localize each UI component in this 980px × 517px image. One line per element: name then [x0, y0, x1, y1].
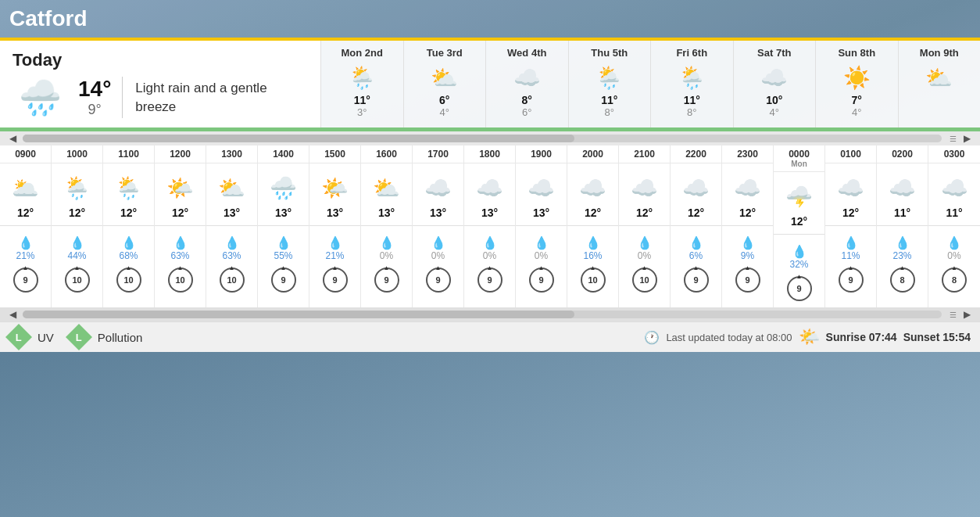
forecast-day-icon: 🌦️ — [349, 65, 376, 91]
hour-weather-icon: ☁️ — [424, 163, 452, 206]
wind-circle: ▲ 10 — [65, 267, 90, 293]
wind-arrow-icon: ▲ — [538, 264, 545, 271]
hour-label: 1400 — [258, 145, 309, 163]
hour-weather-icon: 🌦️ — [115, 163, 142, 206]
wind-arrow-icon: ▲ — [23, 264, 29, 271]
hour-weather-icon: ☁️ — [631, 163, 658, 206]
footer-left: L UV L Pollution — [9, 328, 142, 346]
precip-icon: 💧 — [740, 229, 756, 250]
hour-temperature: 12° — [17, 206, 34, 222]
hour-column: 1500 🌤️ 13° 💧 21% ▲ 9 — [309, 145, 361, 307]
hour-temperature: 12° — [172, 206, 188, 222]
forecast-day: Thu 5th 🌦️ 11° 8° — [568, 41, 651, 127]
hour-separator — [258, 225, 309, 226]
forecast-high-temp: 11° — [601, 94, 617, 106]
wind-circle: ▲ 10 — [116, 267, 141, 293]
precip-percent: 68% — [119, 250, 138, 263]
precip-percent: 11% — [841, 250, 860, 263]
bottom-scroll-right-arrow[interactable]: ▶ — [960, 309, 974, 320]
precip-icon: 💧 — [379, 229, 395, 250]
forecast-low-temp: 8° — [605, 106, 614, 118]
bottom-scrollbar[interactable]: ◀ ☰ ▶ — [0, 307, 980, 321]
forecast-low-temp: 4° — [852, 106, 861, 118]
hour-column: 2300 ☁️ 12° 💧 9% ▲ 9 — [722, 145, 774, 307]
forecast-high-temp: 11° — [684, 94, 700, 106]
forecast-day-icon: ⛅ — [431, 65, 458, 91]
precip-icon: 💧 — [18, 229, 34, 250]
hour-temperature: 13° — [378, 206, 395, 222]
hour-separator — [722, 225, 773, 226]
precip-percent: 55% — [274, 250, 292, 263]
precip-icon: 💧 — [946, 229, 962, 250]
top-scrollbar[interactable]: ◀ ☰ ▶ — [0, 131, 980, 145]
hour-column: 0100 ☁️ 12° 💧 11% ▲ 9 — [825, 145, 877, 307]
precip-percent: 63% — [170, 250, 189, 263]
hour-weather-icon: 🌤️ — [321, 163, 349, 206]
scroll-right-arrow[interactable]: ▶ — [960, 133, 974, 144]
precip-percent: 21% — [16, 250, 34, 263]
forecast-day: Sun 8th ☀️ 7° 4° — [815, 41, 898, 127]
bottom-scroll-track[interactable] — [23, 311, 942, 318]
uv-label: UV — [38, 331, 54, 344]
forecast-high-temp: 7° — [852, 94, 862, 106]
wind-arrow-icon: ▲ — [642, 264, 648, 271]
precip-percent: 0% — [535, 250, 548, 263]
forecast-day: Fri 6th 🌦️ 11° 8° — [650, 41, 733, 127]
hour-label: 2100 — [619, 145, 670, 163]
forecast-day-icon: 🌦️ — [596, 65, 623, 91]
hour-temperature: 11° — [894, 206, 910, 222]
precip-percent: 0% — [947, 250, 960, 263]
hour-column: 1400 🌧️ 13° 💧 55% ▲ 9 — [258, 145, 309, 307]
scroll-track[interactable] — [23, 135, 942, 142]
wind-circle: ▲ 9 — [477, 267, 503, 293]
hour-column: 0300 ☁️ 11° 💧 0% ▲ 8 — [928, 145, 980, 307]
hour-column: 1800 ☁️ 13° 💧 0% ▲ 9 — [464, 145, 516, 307]
precip-icon: 💧 — [792, 238, 807, 259]
forecast-day-name: Mon 9th — [920, 47, 959, 59]
wind-circle: ▲ 10 — [632, 267, 657, 293]
wind-arrow-icon: ▲ — [900, 264, 906, 271]
wind-arrow-icon: ▲ — [796, 273, 803, 280]
forecast-day-name: Mon 2nd — [342, 47, 383, 59]
hour-label: 1300 — [206, 145, 257, 163]
hour-column: 1900 ☁️ 13° 💧 0% ▲ 9 — [516, 145, 567, 307]
pollution-badge: L — [66, 324, 92, 350]
hour-label: 1200 — [155, 145, 206, 163]
wind-circle: ▲ 10 — [220, 267, 245, 293]
precip-icon: 💧 — [121, 229, 137, 250]
today-temperatures: 14° 9° — [67, 77, 123, 118]
footer-right: 🕐 Last updated today at 08:00 🌤️ Sunrise… — [644, 327, 971, 347]
forecast-day-icon: ☁️ — [760, 65, 788, 91]
wind-circle: ▲ 8 — [942, 267, 967, 293]
precip-icon: 💧 — [224, 229, 240, 250]
forecast-high-temp: 11° — [354, 94, 370, 106]
hour-separator — [0, 225, 51, 226]
clock-icon: 🕐 — [644, 330, 660, 345]
wind-circle: ▲ 10 — [581, 267, 606, 293]
bottom-scroll-left-arrow[interactable]: ◀ — [6, 309, 20, 320]
wind-circle: ▲ 9 — [529, 267, 554, 293]
wind-circle: ▲ 9 — [374, 267, 399, 293]
hour-weather-icon: ⛅ — [373, 163, 400, 206]
hour-separator — [361, 225, 412, 226]
hourly-table: 0900 🌥️ 12° 💧 21% ▲ 9 1000 🌦️ 12° 💧 44% … — [0, 145, 980, 307]
today-label: Today — [13, 50, 308, 70]
forecast-day: Mon 2nd 🌦️ 11° 3° — [320, 41, 403, 127]
hour-weather-icon: 🌦️ — [63, 163, 91, 206]
scroll-left-arrow[interactable]: ◀ — [6, 133, 20, 144]
hour-column: 2100 ☁️ 12° 💧 0% ▲ 10 — [619, 145, 671, 307]
forecast-low-temp: 4° — [770, 106, 779, 118]
hour-temperature: 13° — [327, 206, 343, 222]
hour-weather-icon: ☁️ — [889, 163, 916, 206]
hour-column: 1100 🌦️ 12° 💧 68% ▲ 10 — [103, 145, 155, 307]
hour-column: 2000 ☁️ 12° 💧 16% ▲ 10 — [567, 145, 619, 307]
forecast-high-temp: 10° — [766, 94, 782, 106]
hour-separator — [155, 225, 206, 226]
location-title: Catford — [9, 6, 971, 31]
hour-separator — [928, 225, 980, 226]
hour-label: 0900 — [0, 145, 51, 163]
uv-badge: L — [5, 324, 32, 350]
hour-separator — [413, 225, 463, 226]
wind-circle: ▲ 9 — [684, 267, 709, 293]
forecast-day-name: Fri 6th — [676, 47, 707, 59]
